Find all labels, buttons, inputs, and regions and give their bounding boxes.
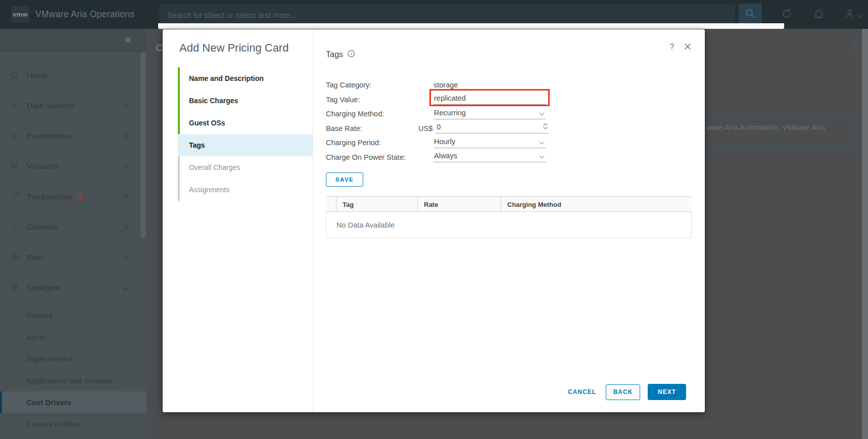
- sidebar-item-super-metrics[interactable]: Super Metrics: [0, 348, 147, 370]
- charging-method-select[interactable]: Recurring: [433, 109, 546, 119]
- chevron-right-icon: [122, 224, 128, 230]
- section-header: Tags: [326, 50, 355, 60]
- form-row-charging-method: Charging Method: Recurring: [326, 107, 563, 121]
- dialog-footer: CANCEL BACK NEXT: [566, 384, 686, 400]
- bell-icon: [813, 8, 825, 22]
- step-name-and-description[interactable]: Name and Description: [178, 67, 313, 90]
- sidebar-item-visualize[interactable]: Visualize: [0, 151, 140, 182]
- sidebar-scrollbar-thumb[interactable]: [140, 52, 146, 238]
- chevron-down-icon: [540, 139, 545, 144]
- app-title: VMware Aria Operations: [35, 0, 134, 29]
- step-basic-charges[interactable]: Basic Charges: [178, 90, 313, 112]
- collapse-sidebar-button[interactable]: «: [125, 33, 131, 46]
- global-search-field: [159, 4, 735, 26]
- sidebar-item-data-sources[interactable]: Data Sources: [0, 91, 140, 121]
- configure-gear-icon: [10, 282, 19, 293]
- chevron-right-icon: [122, 254, 128, 260]
- save-button[interactable]: SAVE: [326, 172, 363, 187]
- home-icon: [10, 70, 19, 81]
- chevron-right-icon: [122, 133, 128, 139]
- chevron-down-icon: [122, 285, 128, 290]
- table-select-column: [326, 197, 336, 211]
- sidebar-item-home[interactable]: Home: [0, 60, 140, 91]
- column-header-charging-method: Charging Method: [501, 197, 692, 211]
- dialog-title: Add New Pricing Card: [179, 41, 288, 55]
- troubleshoot-icon: [10, 191, 19, 202]
- base-rate-field[interactable]: 0: [436, 123, 548, 134]
- tags-table: Tag Rate Charging Method No Data Availab…: [326, 196, 692, 238]
- background-info-box: ware Aria Automation, VMware Aria: [697, 116, 853, 145]
- search-icon: [745, 8, 756, 21]
- user-menu-button[interactable]: [843, 8, 863, 21]
- user-icon: [844, 8, 856, 22]
- dialog-help-button[interactable]: ?: [667, 42, 677, 52]
- notifications-button[interactable]: [812, 8, 826, 21]
- sidebar-item-applications-and-services[interactable]: Applications and Services: [0, 370, 147, 391]
- sidebar-item-troubleshoot[interactable]: Troubleshoot: [0, 182, 140, 212]
- table-empty-row: No Data Available: [326, 212, 692, 238]
- chevron-right-icon: [122, 163, 128, 169]
- chevron-down-icon: [540, 110, 545, 115]
- sidebar-item-alerts[interactable]: Alerts: [0, 326, 147, 348]
- form-row-tag-category: Tag Category: storage: [326, 78, 563, 93]
- configure-submenu: Policies Alerts Super Metrics Applicatio…: [0, 304, 147, 435]
- troubleshoot-alert-dot: [78, 195, 83, 199]
- page-help-icon: ?: [851, 41, 857, 53]
- search-button[interactable]: [739, 4, 762, 26]
- nav-list: Home Data Sources Environment Visualize …: [0, 60, 140, 303]
- form-row-base-rate: Base Rate: US$ 0: [326, 121, 563, 136]
- charge-on-power-state-select[interactable]: Always: [433, 152, 546, 162]
- sidebar-item-optimize[interactable]: Optimize: [0, 212, 140, 242]
- form-row-charging-period: Charging Period: Hourly: [326, 136, 563, 150]
- sidebar-item-configure[interactable]: Configure: [0, 273, 140, 303]
- step-tags[interactable]: Tags: [178, 134, 313, 156]
- wizard-steps: Name and Description Basic Charges Guest…: [178, 67, 313, 201]
- sidebar-item-policies[interactable]: Policies: [0, 304, 147, 326]
- section-title: Tags: [326, 50, 343, 59]
- data-sources-icon: [10, 100, 19, 111]
- refresh-button[interactable]: [780, 8, 793, 21]
- vmware-aria-operations-app: vmw VMware Aria Operations: [0, 0, 868, 439]
- vmware-logo: vmw: [11, 6, 29, 23]
- chevron-down-icon: [857, 12, 862, 17]
- step-guest-oss[interactable]: Guest OSs: [178, 112, 313, 134]
- back-button[interactable]: BACK: [606, 384, 640, 400]
- page-title-fragment: C: [156, 42, 163, 54]
- close-icon: [684, 43, 691, 52]
- side-nav: « Home Data Sources Environment Visualiz…: [0, 29, 147, 439]
- visualize-icon: [10, 161, 19, 172]
- info-icon[interactable]: [347, 50, 355, 60]
- sidebar-item-environment[interactable]: Environment: [0, 121, 140, 151]
- tags-form: Tag Category: storage Tag Value: Chargin…: [326, 78, 563, 164]
- page-scrollbar-track: [862, 29, 868, 439]
- sidebar-item-custom-profiles[interactable]: Custom Profiles: [0, 413, 147, 435]
- table-header: Tag Rate Charging Method: [326, 196, 692, 212]
- tag-category-value: storage: [433, 81, 546, 89]
- form-row-tag-value: Tag Value:: [326, 93, 563, 107]
- sidebar-item-plan[interactable]: Plan: [0, 242, 140, 273]
- next-button[interactable]: NEXT: [648, 384, 686, 400]
- sidebar-item-cost-drivers[interactable]: Cost Drivers: [0, 391, 147, 413]
- environment-icon: [10, 130, 19, 142]
- step-assignments[interactable]: Assignments: [178, 179, 313, 201]
- tag-value-field: [433, 94, 546, 105]
- chevron-right-icon: [122, 103, 128, 108]
- cancel-button[interactable]: CANCEL: [566, 384, 598, 400]
- side-nav-header: «: [0, 29, 147, 52]
- dialog-close-button[interactable]: [684, 43, 692, 51]
- tag-value-input[interactable]: [434, 94, 530, 102]
- add-new-pricing-card-dialog: Add New Pricing Card Name and Descriptio…: [163, 29, 705, 412]
- plan-icon: [10, 252, 19, 263]
- chevron-down-icon: [540, 154, 545, 159]
- search-suggestion-panel-edge: [158, 23, 784, 29]
- global-search-input[interactable]: [159, 4, 735, 26]
- number-stepper-icon[interactable]: [543, 122, 548, 131]
- step-overall-charges[interactable]: Overall Charges: [178, 156, 313, 179]
- currency-prefix: US$: [418, 124, 436, 133]
- charging-period-select[interactable]: Hourly: [433, 138, 546, 148]
- wizard-step-panel: Add New Pricing Card Name and Descriptio…: [163, 29, 313, 412]
- form-row-charge-on-power-state: Charge On Power State: Always: [326, 150, 563, 165]
- column-header-rate: Rate: [417, 197, 501, 211]
- optimize-icon: [10, 222, 19, 233]
- chevron-right-icon: [122, 194, 128, 199]
